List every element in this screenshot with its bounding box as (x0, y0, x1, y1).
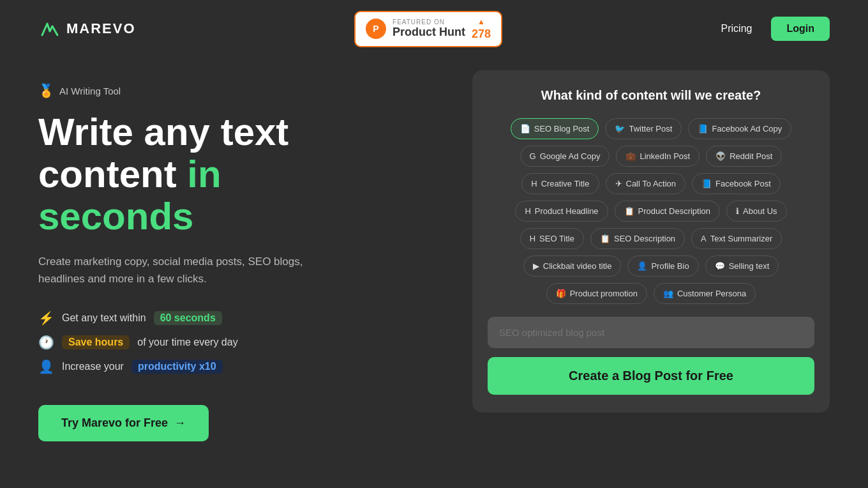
tag-icon: 📘 (698, 124, 708, 133)
content-type-tag[interactable]: 📘Facebook Ad Copy (688, 118, 791, 139)
tag-label: Product Description (638, 206, 710, 216)
content-type-tag[interactable]: 📋Product Description (615, 201, 720, 222)
tag-label: Google Ad Copy (540, 151, 601, 161)
hero-title-highlight: in (187, 153, 221, 195)
feature-2-highlight: Save hours (62, 335, 130, 349)
try-free-arrow: → (174, 416, 186, 430)
tag-icon: 📘 (701, 179, 712, 188)
tag-icon: G (530, 151, 536, 161)
producthunt-icon: P (366, 19, 386, 39)
producthunt-count: 278 (472, 27, 491, 41)
producthunt-arrow: ▲ (477, 17, 485, 26)
producthunt-featured-label: FEATURED ON (393, 19, 465, 26)
hero-subtitle: Create marketing copy, social media post… (38, 253, 345, 287)
tag-icon: 👽 (715, 151, 726, 161)
tag-label: Clickbait video title (543, 261, 612, 271)
content-tags-container: 📄SEO Blog Post🐦Twitter Post📘Facebook Ad … (488, 118, 814, 304)
feature-3-prefix: Increase your (62, 361, 124, 372)
content-type-tag[interactable]: 💼LinkedIn Post (616, 146, 700, 167)
producthunt-text: FEATURED ON Product Hunt (393, 19, 465, 39)
tag-label: Text Summarizer (710, 234, 773, 243)
nav-right: Pricing Login (721, 17, 830, 41)
feature-list: ⚡ Get any text within 60 seconds 🕐 Save … (38, 310, 447, 374)
login-button[interactable]: Login (771, 17, 830, 41)
tag-label: Call To Action (626, 179, 677, 188)
content-type-tag[interactable]: HProduct Headline (515, 201, 608, 222)
ai-badge-text: AI Writing Tool (59, 86, 121, 96)
clock-icon: 🕐 (38, 335, 54, 350)
feature-1-prefix: Get any text within (62, 312, 146, 324)
tag-icon: 📋 (600, 234, 610, 243)
content-type-tag[interactable]: 👤Profile Bio (627, 255, 698, 277)
feature-item-3: 👤 Increase your productivity x10 (38, 359, 447, 374)
content-type-tag[interactable]: 🐦Twitter Post (605, 118, 682, 139)
content-type-tag[interactable]: 📄SEO Blog Post (511, 118, 599, 139)
content-type-tag[interactable]: 👥Customer Persona (654, 283, 756, 304)
person-icon: 👤 (38, 359, 54, 374)
producthunt-title: Product Hunt (393, 26, 465, 39)
tag-icon: 🐦 (615, 124, 625, 133)
tag-icon: ▶ (533, 261, 539, 271)
content-type-panel: What kind of content will we create? 📄SE… (472, 70, 830, 413)
content-type-tag[interactable]: ℹAbout Us (726, 201, 786, 222)
tag-icon: H (525, 206, 530, 216)
tag-label: Customer Persona (677, 289, 746, 298)
tag-icon: 🎁 (556, 289, 566, 298)
tag-label: Facebook Post (715, 179, 771, 188)
hero-title-part2: content (38, 153, 187, 195)
tag-icon: 👤 (637, 261, 647, 271)
tag-label: About Us (743, 206, 777, 216)
tag-label: SEO Title (539, 234, 574, 243)
content-type-tag[interactable]: ▶Clickbait video title (523, 255, 622, 277)
tag-label: Facebook Ad Copy (712, 124, 782, 133)
content-type-tag[interactable]: 💬Selling text (705, 255, 779, 277)
tag-icon: 💬 (715, 261, 725, 271)
tag-label: LinkedIn Post (640, 151, 690, 161)
logo: MAREVO (38, 17, 136, 40)
ai-badge: 🏅 AI Writing Tool (38, 83, 447, 98)
hero-title: Write any text content in seconds (38, 111, 447, 238)
tag-icon: 👥 (663, 289, 673, 298)
hero-title-part3: seconds (38, 195, 193, 238)
product-hunt-badge[interactable]: P FEATURED ON Product Hunt ▲ 278 (354, 11, 502, 47)
tag-label: Product Headline (535, 206, 599, 216)
tag-label: Selling text (729, 261, 770, 271)
pricing-link[interactable]: Pricing (721, 23, 752, 34)
tag-label: SEO Blog Post (534, 124, 590, 133)
tag-label: Reddit Post (730, 151, 772, 161)
generate-button[interactable]: Create a Blog Post for Free (488, 357, 814, 395)
tag-label: Twitter Post (629, 124, 672, 133)
feature-3-highlight: productivity x10 (131, 360, 223, 374)
tag-icon: 💼 (625, 151, 636, 161)
content-type-tag[interactable]: 👽Reddit Post (706, 146, 782, 167)
producthunt-count-block: ▲ 278 (472, 17, 491, 41)
feature-2-suffix: of your time every day (137, 337, 237, 348)
tag-icon: A (701, 234, 707, 243)
tag-label: Creative Title (541, 179, 590, 188)
logo-text: MAREVO (66, 20, 136, 37)
tag-icon: 📄 (520, 124, 530, 133)
content-type-tag[interactable]: ✈Call To Action (606, 173, 686, 194)
feature-1-highlight: 60 seconds (154, 311, 222, 325)
try-free-button[interactable]: Try Marevo for Free → (38, 405, 209, 441)
content-type-tag[interactable]: 📋SEO Description (590, 228, 685, 249)
content-type-tag[interactable]: HCreative Title (521, 173, 599, 194)
content-type-tag[interactable]: GGoogle Ad Copy (520, 146, 610, 167)
logo-icon (38, 17, 61, 40)
content-type-tag[interactable]: HSEO Title (520, 228, 584, 249)
content-type-tag[interactable]: 🎁Product promotion (546, 283, 647, 304)
hero-section: 🏅 AI Writing Tool Write any text content… (38, 70, 447, 441)
tag-icon: ✈ (615, 179, 622, 188)
navbar: MAREVO P FEATURED ON Product Hunt ▲ 278 … (0, 0, 868, 57)
tag-label: Profile Bio (651, 261, 689, 271)
tag-label: Product promotion (570, 289, 638, 298)
tag-label: SEO Description (614, 234, 675, 243)
blog-post-input[interactable] (488, 317, 814, 348)
content-type-tag[interactable]: AText Summarizer (691, 228, 782, 249)
tag-icon: H (530, 234, 535, 243)
panel-title: What kind of content will we create? (488, 88, 814, 103)
try-free-label: Try Marevo for Free (61, 416, 168, 430)
tag-icon: H (531, 179, 537, 188)
feature-item-1: ⚡ Get any text within 60 seconds (38, 310, 447, 326)
content-type-tag[interactable]: 📘Facebook Post (692, 173, 781, 194)
